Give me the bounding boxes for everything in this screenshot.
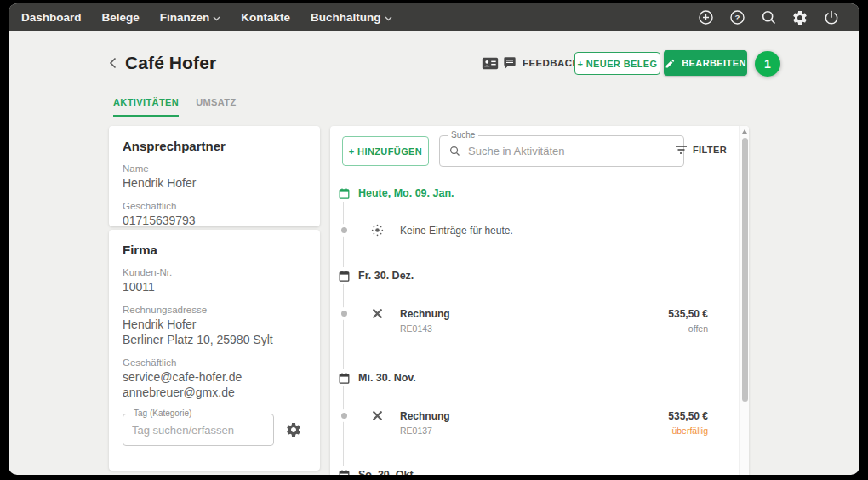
- nav-icon-group: ?: [696, 9, 841, 27]
- tag-settings-gear-icon[interactable]: [285, 421, 302, 438]
- timeline-date: Mi. 30. Nov.: [330, 369, 416, 386]
- contact-card-icon[interactable]: [482, 56, 499, 71]
- timeline-dot: [341, 413, 347, 419]
- nav-item-belege[interactable]: Belege: [102, 11, 140, 24]
- tab-aktivitaeten[interactable]: AKTIVITÄTEN: [113, 97, 179, 117]
- feedback-bubble-icon: [503, 56, 517, 70]
- chevron-down-icon: [213, 16, 220, 21]
- filter-button[interactable]: FILTER: [676, 145, 727, 155]
- search-box: [439, 135, 684, 167]
- power-logout-icon[interactable]: [822, 9, 841, 27]
- chevron-left-icon: [109, 57, 117, 69]
- field-billing-address: Rechnungsadresse Hendrik Hofer Berliner …: [123, 305, 306, 347]
- contact-person-card: Ansprechpartner Name Hendrik Hofer Gesch…: [109, 126, 320, 226]
- add-circle-icon[interactable]: [696, 9, 715, 27]
- back-button[interactable]: [104, 54, 121, 71]
- new-receipt-button[interactable]: + NEUER BELEG: [574, 52, 660, 75]
- card-title: Firma: [123, 243, 306, 257]
- timeline-invoice-row[interactable]: Rechnung RE0137 535,50 € überfällig: [330, 407, 749, 441]
- timeline-date-today: Heute, Mo. 09. Jan.: [330, 185, 454, 202]
- pencil-icon: [665, 58, 676, 69]
- feedback-label: FEEDBACK: [523, 58, 580, 68]
- calendar-icon: [337, 267, 351, 284]
- field-phone: Geschäftlich 01715639793: [123, 201, 306, 228]
- card-title: Ansprechpartner: [123, 139, 306, 153]
- tag-input[interactable]: [123, 414, 274, 446]
- invoice-x-icon: [370, 409, 385, 423]
- field-name: Name Hendrik Hofer: [123, 163, 306, 191]
- filter-icon: [676, 146, 687, 154]
- nav-menu: Dashboard Belege Finanzen Kontakte Buchh…: [21, 11, 392, 24]
- edit-button[interactable]: BEARBEITEN: [664, 50, 747, 76]
- timeline-dot: [341, 311, 347, 317]
- search-input[interactable]: [468, 145, 675, 157]
- search-icon[interactable]: [759, 9, 778, 27]
- calendar-icon: [337, 466, 351, 475]
- filter-label: FILTER: [693, 145, 727, 155]
- tab-umsatz[interactable]: UMSATZ: [196, 97, 236, 117]
- search-icon: [448, 145, 461, 157]
- timeline-date: So. 30. Okt.: [330, 466, 416, 475]
- add-activity-button[interactable]: + HINZUFÜGEN: [342, 136, 429, 166]
- nav-item-finanzen[interactable]: Finanzen: [160, 11, 221, 24]
- activities-panel: + HINZUFÜGEN Suche FILTER Heute, Mo. 09.…: [330, 126, 749, 475]
- annotation-badge-1: 1: [755, 51, 780, 77]
- search-label: Suche: [448, 130, 478, 140]
- help-icon[interactable]: ?: [728, 9, 746, 27]
- timeline-date: Fr. 30. Dez.: [330, 267, 414, 284]
- scrollbar-thumb[interactable]: [742, 138, 748, 402]
- tab-bar: AKTIVITÄTEN UMSATZ: [113, 97, 237, 117]
- app-window: Dashboard Belege Finanzen Kontakte Buchh…: [9, 3, 859, 475]
- tag-input-label: Tag (Kategorie): [130, 409, 195, 418]
- timeline-empty-entry: Keine Einträge für heute.: [330, 219, 749, 243]
- invoice-x-icon: [370, 306, 385, 321]
- sun-icon: [370, 223, 385, 237]
- nav-item-buchhaltung[interactable]: Buchhaltung: [311, 11, 392, 24]
- calendar-icon: [337, 369, 351, 386]
- activity-search: Suche: [439, 135, 684, 167]
- nav-item-kontakte[interactable]: Kontakte: [241, 11, 290, 24]
- settings-gear-icon[interactable]: [791, 9, 809, 27]
- calendar-icon: [337, 185, 351, 202]
- nav-item-dashboard[interactable]: Dashboard: [21, 11, 82, 24]
- page-title: Café Hofer: [125, 53, 216, 73]
- field-business-email: Geschäftlich service@cafe-hofer.de anneb…: [123, 357, 306, 400]
- feedback-button[interactable]: FEEDBACK: [503, 56, 580, 70]
- field-customer-number: Kunden-Nr. 10011: [123, 267, 306, 294]
- top-nav: Dashboard Belege Finanzen Kontakte Buchh…: [9, 3, 859, 31]
- tag-input-wrap: Tag (Kategorie): [123, 414, 274, 446]
- timeline-dot: [341, 227, 347, 233]
- timeline-invoice-row[interactable]: Rechnung RE0143 535,50 € offen: [330, 305, 749, 339]
- tag-category-row: Tag (Kategorie): [123, 414, 306, 446]
- scroll-up-icon[interactable]: [742, 129, 747, 134]
- svg-text:?: ?: [734, 13, 740, 22]
- chevron-down-icon: [385, 16, 392, 21]
- company-card: Firma Kunden-Nr. 10011 Rechnungsadresse …: [109, 230, 320, 471]
